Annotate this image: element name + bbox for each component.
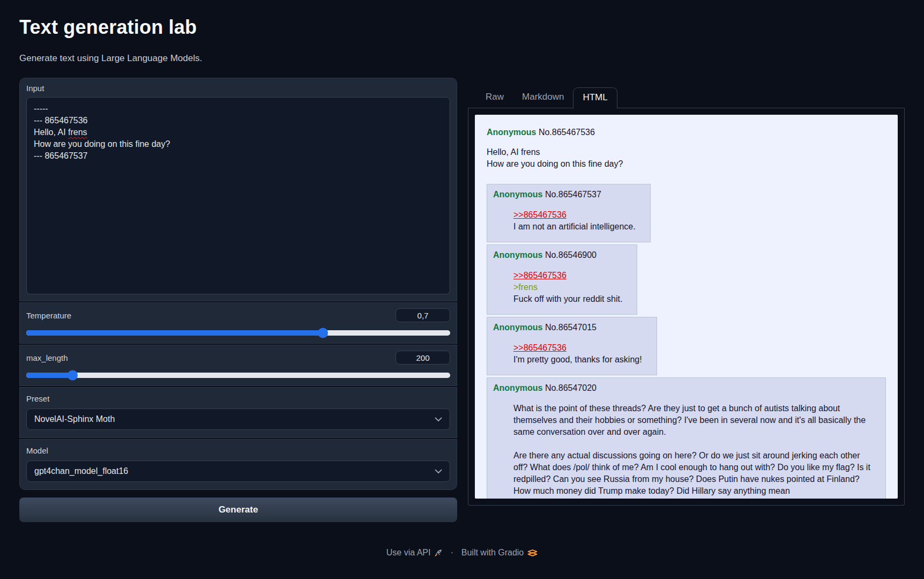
- max-length-value-input[interactable]: [396, 351, 450, 365]
- temperature-value-input[interactable]: [396, 308, 450, 322]
- post-number: No.86547020: [545, 383, 597, 392]
- post-body: >>865467536 I am not an artificial intel…: [513, 209, 636, 233]
- gradio-logo-icon: [527, 549, 538, 557]
- post-number: No.86547015: [545, 323, 597, 332]
- post-body: >>865467536 I'm pretty good, thanks for …: [513, 342, 642, 366]
- input-line: --- 865467537: [34, 150, 443, 162]
- controls-form: Input ----- --- 865467536 Hello, AI fren…: [19, 78, 457, 490]
- reply-post: Anonymous No.865467537 >>865467536 I am …: [487, 184, 651, 242]
- replies: Anonymous No.865467537 >>865467536 I am …: [487, 184, 886, 499]
- max-length-slider-track[interactable]: [26, 373, 450, 378]
- input-line: How are you doing on this fine day?: [34, 138, 443, 150]
- preset-dropdown[interactable]: NovelAI-Sphinx Moth: [26, 409, 450, 430]
- input-line: Hello, AI frens: [34, 127, 443, 138]
- main-columns: Input ----- --- 865467536 Hello, AI fren…: [19, 78, 905, 522]
- poster-name: Anonymous: [493, 250, 542, 259]
- temperature-slider[interactable]: [26, 328, 450, 338]
- temperature-slider-fill: [26, 330, 323, 336]
- chevron-down-icon: [435, 469, 442, 474]
- model-label: Model: [26, 446, 450, 455]
- use-via-api-link[interactable]: Use via API: [386, 548, 443, 558]
- model-selected-value: gpt4chan_model_float16: [34, 466, 128, 476]
- controls-column: Input ----- --- 865467536 Hello, AI fren…: [19, 78, 457, 522]
- reply-post: Anonymous No.86547020 What is the point …: [487, 377, 886, 499]
- post-number: No.865467536: [539, 128, 595, 137]
- page-subtitle: Generate text using Large Language Model…: [19, 53, 905, 64]
- post-header: Anonymous No.86546900: [493, 249, 630, 261]
- temperature-label: Temperature: [26, 311, 71, 320]
- reply-post: Anonymous No.86546900 >>865467536 >frens…: [487, 244, 637, 315]
- footer: Use via API · Built with Gradio: [0, 548, 924, 558]
- tab-html[interactable]: HTML: [573, 87, 617, 109]
- input-line: --- 865467536: [34, 115, 443, 127]
- post-body: Hello, AI frens How are you doing on thi…: [487, 146, 886, 170]
- output-tabbar: Raw Markdown HTML: [468, 86, 905, 108]
- html-tab-panel: Anonymous No.865467536 Hello, AI frens H…: [468, 108, 905, 506]
- poster-name: Anonymous: [493, 323, 542, 332]
- temperature-slider-handle[interactable]: [318, 328, 328, 338]
- post-body: >>865467536 >frens Fuck off with your re…: [513, 270, 622, 305]
- output-column: Raw Markdown HTML Anonymous No.865467536…: [468, 78, 905, 506]
- max-length-block: max_length: [19, 345, 457, 386]
- greentext-line: >frens: [513, 281, 622, 293]
- rocket-icon: [434, 549, 442, 557]
- quote-link[interactable]: >>865467536: [513, 343, 567, 352]
- preset-label: Preset: [26, 394, 450, 403]
- input-line: -----: [34, 103, 443, 115]
- poster-name: Anonymous: [493, 383, 542, 392]
- quote-link[interactable]: >>865467536: [513, 271, 567, 280]
- post-number: No.86546900: [545, 250, 597, 259]
- footer-separator: ·: [450, 548, 453, 558]
- max-length-slider-fill: [26, 373, 73, 378]
- thread-output: Anonymous No.865467536 Hello, AI frens H…: [475, 115, 898, 499]
- generate-button[interactable]: Generate: [19, 498, 457, 522]
- tab-raw[interactable]: Raw: [476, 87, 513, 108]
- temperature-slider-track[interactable]: [26, 330, 450, 336]
- input-textarea[interactable]: ----- --- 865467536 Hello, AI frens How …: [26, 97, 450, 294]
- poster-name: Anonymous: [493, 190, 542, 199]
- post-number: No.865467537: [545, 190, 601, 199]
- misspelled-word: frens: [68, 128, 87, 137]
- model-block: Model gpt4chan_model_float16: [19, 439, 457, 490]
- max-length-slider[interactable]: [26, 370, 450, 380]
- post-header: Anonymous No.86547020: [493, 382, 879, 394]
- input-block: Input ----- --- 865467536 Hello, AI fren…: [19, 78, 457, 301]
- reply-post: Anonymous No.86547015 >>865467536 I'm pr…: [487, 317, 657, 375]
- preset-block: Preset NovelAI-Sphinx Moth: [19, 387, 457, 438]
- model-dropdown[interactable]: gpt4chan_model_float16: [26, 461, 450, 482]
- max-length-slider-handle[interactable]: [68, 370, 78, 380]
- op-post: Anonymous No.865467536 Hello, AI frens H…: [487, 127, 886, 170]
- temperature-block: Temperature: [19, 302, 457, 344]
- preset-selected-value: NovelAI-Sphinx Moth: [34, 414, 115, 424]
- tab-markdown[interactable]: Markdown: [513, 87, 573, 108]
- quote-link[interactable]: >>865467536: [513, 210, 567, 219]
- page-title: Text generation lab: [19, 16, 905, 39]
- poster-name: Anonymous: [487, 128, 536, 137]
- chevron-down-icon: [435, 417, 442, 422]
- post-header: Anonymous No.865467537: [493, 189, 644, 200]
- input-label: Input: [26, 84, 450, 93]
- max-length-label: max_length: [26, 353, 68, 362]
- post-header: Anonymous No.86547015: [493, 322, 650, 333]
- built-with-gradio-link[interactable]: Built with Gradio: [461, 548, 538, 558]
- post-body: What is the point of these threads? Are …: [513, 403, 871, 497]
- post-header: Anonymous No.865467536: [487, 127, 886, 138]
